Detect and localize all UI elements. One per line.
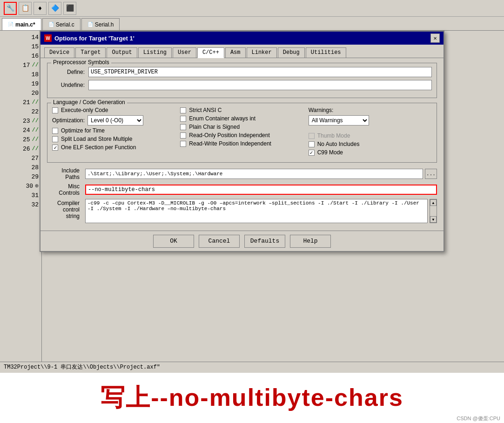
checkbox-optimize-time: Optimize for Time (52, 127, 175, 134)
checkbox-thumb-mode-box[interactable] (309, 133, 315, 139)
line-28: 28 (0, 163, 41, 172)
dialog-tab-output[interactable]: Output (107, 47, 137, 58)
checkbox-plain-char-box[interactable] (180, 124, 186, 130)
dialog-content: Preprocessor Symbols Define: Undefine: L… (40, 58, 444, 231)
checkbox-split-load-box[interactable] (52, 136, 58, 142)
checkbox-enum-container-label: Enum Container always int (189, 115, 255, 122)
line-32: 32 (0, 200, 41, 209)
undefine-row: Undefine: (52, 80, 432, 90)
dialog-buttons: OK Cancel Defaults Help (40, 231, 444, 251)
checkbox-c99: C99 Mode (309, 149, 432, 156)
line-16: 16 (0, 51, 41, 60)
keil-logo-icon: W (44, 34, 52, 42)
optimization-label: Optimization: (52, 117, 85, 124)
dialog-tab-target[interactable]: Target (75, 47, 106, 58)
csdn-watermark: CSDN @傻蛋:CPU (457, 415, 500, 422)
checkbox-elf-section-box[interactable] (52, 145, 58, 151)
warnings-label: Warnings: (309, 107, 432, 113)
include-paths-label: IncludePaths (47, 167, 80, 180)
checkbox-c99-box[interactable] (309, 150, 315, 156)
toolbar-btn-4[interactable]: 🔷 (48, 2, 61, 15)
dialog-tab-linker[interactable]: Linker (247, 47, 277, 58)
line-26: 26// (0, 144, 41, 153)
codegen-group: Language / Code Generation Execute-only … (47, 103, 437, 163)
dialog-tab-debug[interactable]: Debug (278, 47, 305, 58)
toolbar-btn-5[interactable]: ⬛ (63, 2, 76, 15)
dialog-tab-cpp[interactable]: C/C++ (197, 47, 224, 58)
compiler-control-textarea[interactable]: -c99 -c –cpu Cortex-M3 -D__MICROLIB -g -… (85, 199, 428, 223)
toolbar-btn-3[interactable]: ♦ (34, 2, 47, 15)
checkbox-optimize-time-box[interactable] (52, 128, 58, 134)
include-paths-row: IncludePaths ... (47, 167, 437, 180)
checkbox-plain-char-label: Plain Char is Signed (189, 124, 240, 130)
dialog-tab-user[interactable]: User (173, 47, 196, 58)
help-button[interactable]: Help (290, 235, 331, 248)
codegen-col3: Warnings: All Warnings Thumb Mode No Aut… (309, 107, 432, 158)
dialog-tab-listing[interactable]: Listing (138, 47, 172, 58)
dialog-tab-asm[interactable]: Asm (225, 47, 246, 58)
undefine-input[interactable] (88, 80, 432, 90)
misc-controls-row: MiscControls (47, 183, 437, 196)
dialog-titlebar: W Options for Target 'Target 1' ✕ (40, 32, 444, 45)
bottom-bar: TM32Project\\9-1 串口友达\\Objects\\Project.… (0, 362, 504, 372)
checkbox-strict-ansi-box[interactable] (180, 107, 186, 113)
bottom-bar-text: TM32Project\\9-1 串口友达\\Objects\\Project.… (4, 364, 160, 370)
checkbox-strict-ansi: Strict ANSI C (180, 107, 303, 113)
checkbox-readonly-pos-box[interactable] (180, 132, 186, 139)
compiler-control-label: Compilercontrolstring (47, 199, 80, 219)
checkbox-enum-container-box[interactable] (180, 116, 186, 122)
tab-icon-main: 📄 (8, 22, 13, 27)
checkbox-elf-section-label: One ELF Section per Function (61, 144, 136, 151)
warnings-select[interactable]: All Warnings (309, 115, 369, 126)
line-17: 17// (0, 60, 41, 70)
checkbox-execute-only-box[interactable] (52, 107, 58, 113)
include-paths-input[interactable] (85, 169, 423, 179)
codegen-col2: Strict ANSI C Enum Container always int … (180, 107, 303, 158)
toolbar: 🔧 📋 ♦ 🔷 ⬛ (0, 0, 504, 17)
line-23: 23// (0, 116, 41, 126)
cancel-button[interactable]: Cancel (199, 235, 240, 248)
checkbox-execute-only-label: Execute-only Code (61, 107, 108, 113)
checkbox-elf-section: One ELF Section per Function (52, 144, 175, 151)
dialog-close-button[interactable]: ✕ (430, 33, 440, 43)
options-dialog: W Options for Target 'Target 1' ✕ Device… (40, 31, 444, 252)
optimization-select[interactable]: Level 0 (-O0) (87, 115, 143, 126)
tab-serial-h[interactable]: 📄 Serial.h (81, 18, 120, 30)
checkbox-readwrite-pos-box[interactable] (180, 141, 186, 147)
undefine-label: Undefine: (52, 82, 85, 88)
line-29: 29 (0, 172, 41, 181)
browse-button[interactable]: ... (425, 169, 437, 179)
scroll-up-arrow[interactable]: ▲ (430, 199, 437, 206)
compiler-control-row: Compilercontrolstring -c99 -c –cpu Corte… (47, 199, 437, 223)
toolbar-btn-2[interactable]: 📋 (19, 2, 32, 15)
line-22: 22 (0, 107, 41, 116)
dialog-title-text: Options for Target 'Target 1' (54, 35, 134, 42)
annotation-section: 写上--no-multibyte-chars CSDN @傻蛋:CPU (0, 372, 504, 423)
line-27: 27 (0, 153, 41, 163)
checkbox-execute-only: Execute-only Code (52, 107, 175, 113)
dialog-tab-device[interactable]: Device (44, 47, 74, 58)
defaults-button[interactable]: Defaults (244, 235, 285, 248)
tab-label-serial-h: Serial.h (95, 21, 114, 28)
line-21: 21// (0, 98, 41, 107)
dialog-tab-utilities[interactable]: Utilities (306, 47, 346, 58)
checkbox-readwrite-pos: Read-Write Position Independent (180, 140, 303, 147)
tab-bar: 📄 main.c* 📄 Serial.c 📄 Serial.h (0, 17, 504, 31)
tab-serial-c[interactable]: 📄 Serial.c (42, 18, 81, 30)
scroll-down-arrow[interactable]: ▼ (430, 216, 437, 223)
checkbox-readwrite-pos-label: Read-Write Position Independent (189, 140, 271, 147)
tab-label-serial-c: Serial.c (56, 21, 74, 28)
codegen-columns: Execute-only Code Optimization: Level 0 … (52, 107, 432, 158)
tab-main-c[interactable]: 📄 main.c* (2, 18, 41, 30)
checkbox-no-auto-box[interactable] (309, 141, 315, 147)
line-numbers: 14 15 16 17// 18 19 20 21// 22 23// 24//… (0, 31, 42, 372)
toolbar-btn-1[interactable]: 🔧 (4, 2, 17, 15)
line-25: 25// (0, 135, 41, 144)
tab-icon-serial-h: 📄 (87, 22, 93, 27)
main-area: 14 15 16 17// 18 19 20 21// 22 23// 24//… (0, 31, 504, 372)
line-20: 20 (0, 88, 41, 98)
misc-controls-input[interactable] (85, 185, 437, 195)
checkbox-thumb-mode: Thumb Mode (309, 132, 432, 139)
define-input[interactable] (88, 67, 432, 77)
ok-button[interactable]: OK (153, 235, 194, 248)
